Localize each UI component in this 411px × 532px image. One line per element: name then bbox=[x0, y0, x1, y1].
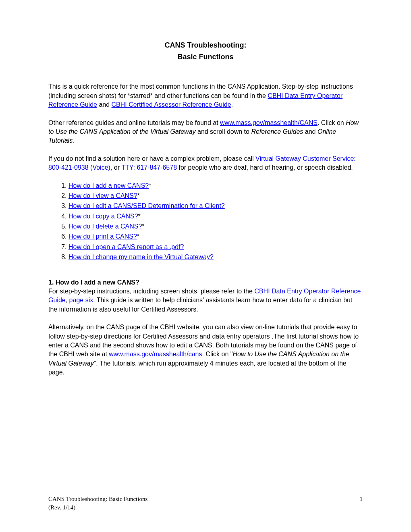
toc-link-edit-cans-sed[interactable]: How do I edit a CANS/SED Determination f… bbox=[68, 202, 225, 209]
intro-text: . Click on bbox=[318, 119, 346, 126]
toc-link-add-cans[interactable]: How do I add a new CANS? bbox=[68, 182, 149, 189]
toc-link-delete-cans[interactable]: How do I delete a CANS? bbox=[68, 223, 142, 230]
toc-item: How do I view a CANS?* bbox=[68, 191, 363, 200]
toc-link-view-cans[interactable]: How do I view a CANS? bbox=[68, 192, 137, 199]
footer-revision: (Rev. 1/14) bbox=[48, 503, 351, 512]
section-text: . This guide is written to help clinicia… bbox=[48, 297, 352, 312]
toc-link-print-cans[interactable]: How do I print a CANS? bbox=[68, 233, 137, 240]
section-text: For step-by-step instructions, including… bbox=[48, 288, 254, 295]
toc-item: How do I open a CANS report as a .pdf? bbox=[68, 243, 363, 251]
table-of-contents: How do I add a new CANS?* How do I view … bbox=[60, 181, 363, 262]
document-title-line1: CANS Troubleshooting: bbox=[48, 40, 363, 50]
intro-text: Other reference guides and online tutori… bbox=[48, 119, 220, 126]
intro-text: for people who are deaf, hard of hearing… bbox=[177, 164, 353, 171]
toc-suffix: * bbox=[137, 233, 139, 240]
intro-text: or bbox=[112, 164, 121, 171]
section-1-heading: 1. How do I add a new CANS? bbox=[48, 278, 363, 287]
cbhi-certified-assessor-guide-link[interactable]: CBHI Certified Assessor Reference Guide bbox=[112, 101, 231, 108]
footer-left: CANS Troubleshooting: Basic Functions (R… bbox=[48, 495, 351, 512]
toc-suffix: * bbox=[138, 213, 141, 220]
document-title-line2: Basic Functions bbox=[48, 52, 363, 62]
intro-text: and scroll down to bbox=[196, 128, 251, 135]
section-text: . Click on " bbox=[202, 351, 233, 357]
toc-item: How do I delete a CANS?* bbox=[68, 222, 363, 231]
section-1-paragraph-1: For step-by-step instructions, including… bbox=[48, 287, 363, 314]
mass-gov-cans-link-2[interactable]: www.mass.gov/masshealth/cans bbox=[109, 351, 202, 357]
toc-item: How do I add a new CANS?* bbox=[68, 181, 363, 190]
intro-paragraph-2: Other reference guides and online tutori… bbox=[48, 118, 363, 145]
toc-suffix: * bbox=[142, 223, 144, 230]
toc-suffix: * bbox=[149, 182, 151, 189]
mass-gov-cans-link[interactable]: www.mass.gov/masshealth/CANS bbox=[220, 119, 318, 126]
section-text: , bbox=[66, 297, 69, 303]
toc-suffix: * bbox=[137, 192, 140, 199]
italic-text: Reference Guides bbox=[251, 128, 303, 135]
document-page: CANS Troubleshooting: Basic Functions Th… bbox=[0, 0, 411, 532]
intro-text: and bbox=[303, 128, 318, 135]
intro-text: and bbox=[97, 101, 112, 108]
toc-link-copy-cans[interactable]: How do I copy a CANS? bbox=[68, 213, 138, 220]
intro-paragraph-1: This is a quick reference for the most c… bbox=[48, 82, 363, 109]
toc-item: How do I change my name in the Virtual G… bbox=[68, 253, 363, 262]
toc-item: How do I edit a CANS/SED Determination f… bbox=[68, 202, 363, 210]
section-1-paragraph-2: Alternatively, on the CANS page of the C… bbox=[48, 323, 363, 377]
page-reference: page six bbox=[69, 297, 93, 303]
intro-text: If you do not find a solution here or ha… bbox=[48, 155, 255, 162]
page-footer: CANS Troubleshooting: Basic Functions (R… bbox=[48, 495, 363, 512]
footer-doc-title: CANS Troubleshooting: Basic Functions bbox=[48, 495, 351, 503]
tty-phone: TTY: 617-847-6578 bbox=[121, 164, 177, 171]
footer-page-number: 1 bbox=[351, 495, 363, 512]
toc-link-change-name[interactable]: How do I change my name in the Virtual G… bbox=[68, 254, 214, 260]
toc-link-open-pdf[interactable]: How do I open a CANS report as a .pdf? bbox=[68, 243, 184, 250]
intro-text: . bbox=[231, 101, 233, 108]
toc-item: How do I copy a CANS?* bbox=[68, 212, 363, 221]
toc-item: How do I print a CANS?* bbox=[68, 232, 363, 241]
intro-paragraph-3: If you do not find a solution here or ha… bbox=[48, 154, 363, 172]
